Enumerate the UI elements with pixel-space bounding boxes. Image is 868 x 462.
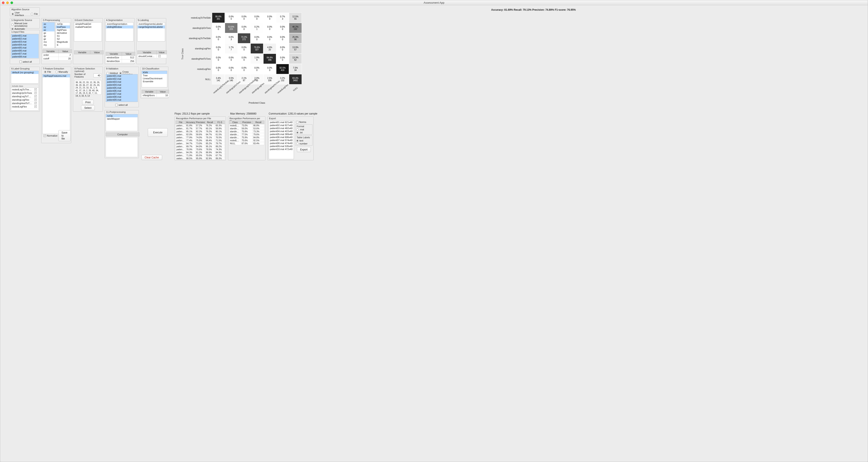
list-item[interactable]: labelMapper	[106, 117, 137, 120]
list-item[interactable]: patient09.mat 535x40	[269, 145, 294, 148]
event-detection-params-table[interactable]: VariableValue	[74, 51, 103, 54]
list-item[interactable]: az	[42, 28, 55, 31]
list-item[interactable]: patient06.mat	[106, 89, 137, 92]
classification-list[interactable]: KNNTreeLinearDiscriminantEnsemble	[142, 71, 167, 88]
checkbox-select-all-input[interactable]: select all	[19, 60, 33, 63]
postprocessing-computers-table[interactable]: Computer	[106, 132, 140, 136]
checkbox-select-all-validation[interactable]: select all	[115, 103, 129, 106]
list-item[interactable]: gy	[42, 34, 55, 37]
list-item[interactable]: patient02.mat	[106, 77, 137, 80]
list-item[interactable]: patient07.mat 574x40	[269, 139, 294, 142]
list-item[interactable]: my	[42, 43, 55, 46]
list-item[interactable]: Tree	[142, 74, 167, 77]
input-files-list[interactable]: patient01.matpatient02.matpatient03.matp…	[11, 34, 39, 59]
list-item[interactable]: patient01.mat	[106, 74, 137, 77]
list-item[interactable]: patient05.mat	[106, 86, 137, 89]
list-item[interactable]: mx	[42, 40, 55, 43]
list-item[interactable]: lowPass	[56, 26, 70, 28]
radio-fe-file[interactable]: File	[43, 70, 52, 73]
perf-file-table[interactable]: FileAccuracyPrecisionRecallF1-Spatient01…	[176, 121, 225, 159]
list-item[interactable]: rangeSegmentsLabeler	[137, 26, 165, 28]
list-item[interactable]: gx	[42, 31, 55, 34]
list-item[interactable]: eventSegmentsLabeler	[137, 23, 165, 26]
list-item[interactable]: slidingWindow	[106, 26, 133, 28]
segmentation-list[interactable]: eventSegmentationslidingWindow	[106, 22, 133, 41]
list-item[interactable]: patient04.mat	[106, 83, 137, 86]
radio-fe-manual[interactable]: Manually	[55, 70, 69, 73]
list-item[interactable]: patient01.mat	[11, 34, 38, 37]
execute-button[interactable]: Execute	[148, 128, 168, 137]
list-item[interactable]: ax	[42, 23, 55, 26]
checkbox-norms[interactable]: Norms	[295, 121, 312, 124]
list-item[interactable]: patient04.mat 422x40	[269, 130, 294, 133]
list-item[interactable]: patient03.mat	[11, 40, 38, 43]
feature-file-list[interactable]: hipRappFeatures.mat	[42, 74, 70, 134]
select-button[interactable]: Select	[81, 105, 95, 110]
checkbox-should-contain[interactable]	[157, 55, 166, 58]
radio-labels-number[interactable]: number	[296, 142, 312, 145]
list-item[interactable]: default (no grouping)	[11, 71, 38, 74]
list-item[interactable]: patient08.mat	[106, 95, 137, 98]
radio-ui[interactable]: User Interface	[11, 11, 29, 16]
list-item[interactable]: patient03.mat 482x40	[269, 127, 294, 130]
checkbox-include-class[interactable]	[34, 88, 38, 91]
preprocessing-signals-list[interactable]: axayazgxgygzmxmy	[42, 22, 55, 48]
export-button[interactable]: Export	[297, 147, 311, 152]
list-item[interactable]: matlabPeakDet	[74, 26, 102, 28]
export-list[interactable]: patient01.mat 621x40patient02.mat 627x40…	[269, 121, 294, 159]
list-item[interactable]: patient06.mat	[11, 49, 38, 52]
list-item[interactable]: LinearDiscriminant	[142, 77, 167, 80]
checkbox-include-class[interactable]	[34, 98, 38, 101]
list-item[interactable]: patient05.mat 389x40	[269, 133, 294, 136]
validation-files-list[interactable]: patient01.matpatient02.matpatient03.matp…	[106, 74, 138, 102]
list-item[interactable]: patient07.mat	[11, 52, 38, 55]
labeling-list[interactable]: eventSegmentsLabelerrangeSegmentsLabeler	[137, 22, 165, 41]
list-item[interactable]: patient02.mat	[11, 37, 38, 40]
list-item[interactable]: hipRappFeatures.mat	[42, 74, 70, 77]
list-item[interactable]: Magnitude	[56, 40, 70, 43]
list-item[interactable]: KNN	[142, 71, 167, 74]
classification-params-table[interactable]: VariableValue nNeighbors10	[142, 90, 169, 97]
radio-file[interactable]: File	[30, 11, 39, 16]
checkbox-include-class[interactable]	[34, 102, 38, 104]
list-item[interactable]: patient04.mat	[11, 43, 38, 46]
list-item[interactable]: patient05.mat	[11, 46, 38, 49]
checkbox-include-class[interactable]	[34, 105, 38, 108]
list-item[interactable]: Ensemble	[142, 80, 167, 83]
radio-labels-text[interactable]: text	[296, 139, 312, 142]
list-item[interactable]: patient10.mat 472x40	[269, 148, 294, 151]
list-item[interactable]: patient09.mat	[106, 98, 137, 101]
list-item[interactable]: E	[56, 43, 70, 46]
checkbox-normalize[interactable]: Normalize	[43, 134, 58, 137]
list-item[interactable]: derivative	[56, 31, 70, 34]
preprocessing-params-table[interactable]: VariableValue order2cutoff20	[42, 50, 72, 61]
list-item[interactable]: S2	[56, 37, 70, 40]
radio-manual[interactable]: Manual (use annotations)	[10, 22, 39, 27]
list-item[interactable]: noOp	[106, 114, 137, 117]
list-item[interactable]: patient02.mat 627x40	[269, 124, 294, 127]
list-item[interactable]: patient08.mat	[11, 55, 38, 58]
num-features-input[interactable]: 40	[93, 73, 101, 77]
radio-format-mat[interactable]: .mat	[296, 128, 312, 131]
clear-cache-button[interactable]: Clear Cache	[142, 155, 162, 160]
list-item[interactable]: patient01.mat 621x40	[269, 121, 294, 124]
preprocessing-ops-list[interactable]: noOplowPasshighPassderivativeS1S2Magnitu…	[56, 22, 70, 48]
checkbox-include-class[interactable]	[34, 92, 38, 94]
checkbox-include-class[interactable]	[34, 95, 38, 98]
list-item[interactable]: patient03.mat	[106, 80, 137, 83]
save-to-file-button[interactable]: Save to file	[58, 130, 70, 141]
list-item[interactable]: ay	[42, 26, 55, 28]
list-item[interactable]: simplePeakDet	[74, 23, 102, 26]
label-grouping-list[interactable]: default (no grouping)	[11, 71, 39, 84]
list-item[interactable]: noOp	[56, 23, 70, 26]
list-item[interactable]: patient10.mat	[106, 101, 137, 102]
postprocessing-list[interactable]: noOplabelMapper	[106, 114, 138, 131]
list-item[interactable]: eventSegmentation	[106, 23, 133, 26]
perf-class-table[interactable]: ClassPrecisionRecallrestedLegToTh…73.0%8…	[229, 121, 265, 145]
list-item[interactable]: highPass	[56, 28, 70, 31]
print-button[interactable]: Print	[82, 100, 94, 105]
segmentation-params-table[interactable]: VariableValue windowSize512iterationSize…	[106, 52, 135, 63]
list-item[interactable]: S1	[56, 34, 70, 37]
labeling-params-table[interactable]: VariableValue shouldContainEnt…	[137, 51, 167, 58]
list-item[interactable]: patient07.mat	[106, 92, 137, 95]
